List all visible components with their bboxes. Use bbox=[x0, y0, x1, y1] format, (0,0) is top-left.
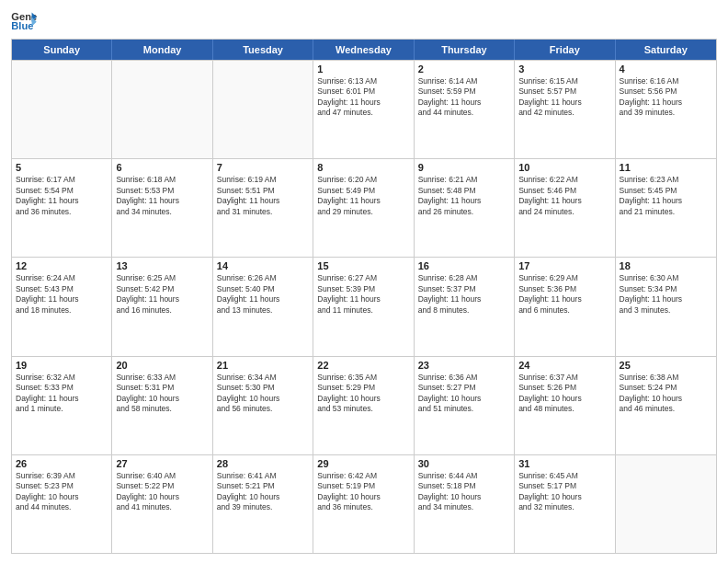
calendar-cell-28: 28Sunrise: 6:41 AM Sunset: 5:21 PM Dayli… bbox=[213, 455, 313, 553]
day-number: 5 bbox=[16, 162, 108, 173]
calendar-header-saturday: Saturday bbox=[616, 40, 716, 60]
day-number: 6 bbox=[116, 162, 208, 173]
calendar-cell-5: 5Sunrise: 6:17 AM Sunset: 5:54 PM Daylig… bbox=[12, 159, 112, 257]
day-info: Sunrise: 6:20 AM Sunset: 5:49 PM Dayligh… bbox=[317, 175, 409, 217]
calendar-cell-1: 1Sunrise: 6:13 AM Sunset: 6:01 PM Daylig… bbox=[313, 61, 414, 158]
logo: General Blue bbox=[11, 9, 37, 31]
day-info: Sunrise: 6:27 AM Sunset: 5:39 PM Dayligh… bbox=[317, 273, 409, 316]
day-info: Sunrise: 6:32 AM Sunset: 5:33 PM Dayligh… bbox=[16, 373, 108, 415]
calendar-cell-12: 12Sunrise: 6:24 AM Sunset: 5:43 PM Dayli… bbox=[12, 258, 112, 355]
day-info: Sunrise: 6:38 AM Sunset: 5:24 PM Dayligh… bbox=[620, 373, 712, 415]
day-number: 15 bbox=[317, 260, 409, 271]
calendar-cell-4: 4Sunrise: 6:16 AM Sunset: 5:56 PM Daylig… bbox=[616, 61, 716, 158]
day-number: 17 bbox=[518, 260, 610, 271]
day-number: 21 bbox=[217, 360, 309, 371]
day-info: Sunrise: 6:13 AM Sunset: 6:01 PM Dayligh… bbox=[317, 76, 409, 119]
calendar-cell-6: 6Sunrise: 6:18 AM Sunset: 5:53 PM Daylig… bbox=[112, 159, 212, 257]
day-info: Sunrise: 6:25 AM Sunset: 5:42 PM Dayligh… bbox=[116, 273, 208, 316]
day-number: 4 bbox=[620, 63, 712, 75]
day-number: 23 bbox=[418, 360, 510, 371]
calendar-row-3: 12Sunrise: 6:24 AM Sunset: 5:43 PM Dayli… bbox=[12, 257, 716, 355]
day-number: 26 bbox=[16, 458, 108, 469]
calendar-cell-2: 2Sunrise: 6:14 AM Sunset: 5:59 PM Daylig… bbox=[415, 61, 515, 158]
day-info: Sunrise: 6:29 AM Sunset: 5:36 PM Dayligh… bbox=[518, 273, 610, 316]
calendar-cell-31: 31Sunrise: 6:45 AM Sunset: 5:17 PM Dayli… bbox=[515, 455, 615, 553]
calendar-cell-18: 18Sunrise: 6:30 AM Sunset: 5:34 PM Dayli… bbox=[616, 258, 716, 355]
calendar-cell-22: 22Sunrise: 6:35 AM Sunset: 5:29 PM Dayli… bbox=[313, 357, 414, 454]
calendar-cell-empty bbox=[112, 61, 212, 158]
day-info: Sunrise: 6:34 AM Sunset: 5:30 PM Dayligh… bbox=[217, 373, 309, 415]
day-number: 9 bbox=[418, 162, 510, 173]
day-info: Sunrise: 6:41 AM Sunset: 5:21 PM Dayligh… bbox=[217, 471, 309, 513]
day-info: Sunrise: 6:26 AM Sunset: 5:40 PM Dayligh… bbox=[217, 273, 309, 316]
calendar-cell-24: 24Sunrise: 6:37 AM Sunset: 5:26 PM Dayli… bbox=[515, 357, 615, 454]
calendar-cell-23: 23Sunrise: 6:36 AM Sunset: 5:27 PM Dayli… bbox=[415, 357, 515, 454]
calendar-cell-15: 15Sunrise: 6:27 AM Sunset: 5:39 PM Dayli… bbox=[313, 258, 414, 355]
day-number: 3 bbox=[518, 63, 610, 75]
day-number: 22 bbox=[317, 360, 409, 371]
day-info: Sunrise: 6:42 AM Sunset: 5:19 PM Dayligh… bbox=[317, 471, 409, 513]
calendar-header-sunday: Sunday bbox=[12, 40, 112, 60]
calendar: SundayMondayTuesdayWednesdayThursdayFrid… bbox=[11, 39, 717, 554]
calendar-cell-26: 26Sunrise: 6:39 AM Sunset: 5:23 PM Dayli… bbox=[12, 455, 112, 553]
day-info: Sunrise: 6:22 AM Sunset: 5:46 PM Dayligh… bbox=[518, 175, 610, 217]
day-info: Sunrise: 6:30 AM Sunset: 5:34 PM Dayligh… bbox=[620, 273, 712, 316]
day-info: Sunrise: 6:15 AM Sunset: 5:57 PM Dayligh… bbox=[518, 76, 610, 119]
day-number: 20 bbox=[116, 360, 208, 371]
day-number: 2 bbox=[418, 63, 510, 75]
day-number: 25 bbox=[620, 360, 712, 371]
calendar-cell-25: 25Sunrise: 6:38 AM Sunset: 5:24 PM Dayli… bbox=[616, 357, 716, 454]
day-info: Sunrise: 6:24 AM Sunset: 5:43 PM Dayligh… bbox=[16, 273, 108, 316]
day-info: Sunrise: 6:33 AM Sunset: 5:31 PM Dayligh… bbox=[116, 373, 208, 415]
calendar-cell-10: 10Sunrise: 6:22 AM Sunset: 5:46 PM Dayli… bbox=[515, 159, 615, 257]
day-number: 11 bbox=[620, 162, 712, 173]
day-number: 27 bbox=[116, 458, 208, 469]
calendar-header-tuesday: Tuesday bbox=[213, 40, 313, 60]
day-number: 18 bbox=[620, 260, 712, 271]
calendar-cell-empty bbox=[616, 455, 716, 553]
logo-icon: General Blue bbox=[11, 9, 37, 31]
day-number: 28 bbox=[217, 458, 309, 469]
calendar-row-2: 5Sunrise: 6:17 AM Sunset: 5:54 PM Daylig… bbox=[12, 158, 716, 257]
calendar-header-friday: Friday bbox=[515, 40, 615, 60]
day-number: 24 bbox=[518, 360, 610, 371]
day-info: Sunrise: 6:35 AM Sunset: 5:29 PM Dayligh… bbox=[317, 373, 409, 415]
calendar-cell-29: 29Sunrise: 6:42 AM Sunset: 5:19 PM Dayli… bbox=[313, 455, 414, 553]
svg-text:Blue: Blue bbox=[11, 20, 33, 31]
calendar-cell-14: 14Sunrise: 6:26 AM Sunset: 5:40 PM Dayli… bbox=[213, 258, 313, 355]
day-number: 16 bbox=[418, 260, 510, 271]
day-info: Sunrise: 6:37 AM Sunset: 5:26 PM Dayligh… bbox=[518, 373, 610, 415]
day-info: Sunrise: 6:23 AM Sunset: 5:45 PM Dayligh… bbox=[620, 175, 712, 217]
header: General Blue bbox=[11, 9, 717, 31]
calendar-cell-21: 21Sunrise: 6:34 AM Sunset: 5:30 PM Dayli… bbox=[213, 357, 313, 454]
calendar-cell-8: 8Sunrise: 6:20 AM Sunset: 5:49 PM Daylig… bbox=[313, 159, 414, 257]
calendar-cell-19: 19Sunrise: 6:32 AM Sunset: 5:33 PM Dayli… bbox=[12, 357, 112, 454]
day-number: 19 bbox=[16, 360, 108, 371]
day-number: 7 bbox=[217, 162, 309, 173]
calendar-cell-16: 16Sunrise: 6:28 AM Sunset: 5:37 PM Dayli… bbox=[415, 258, 515, 355]
calendar-cell-3: 3Sunrise: 6:15 AM Sunset: 5:57 PM Daylig… bbox=[515, 61, 615, 158]
calendar-cell-13: 13Sunrise: 6:25 AM Sunset: 5:42 PM Dayli… bbox=[112, 258, 212, 355]
calendar-cell-17: 17Sunrise: 6:29 AM Sunset: 5:36 PM Dayli… bbox=[515, 258, 615, 355]
calendar-row-5: 26Sunrise: 6:39 AM Sunset: 5:23 PM Dayli… bbox=[12, 454, 716, 553]
calendar-cell-7: 7Sunrise: 6:19 AM Sunset: 5:51 PM Daylig… bbox=[213, 159, 313, 257]
day-info: Sunrise: 6:44 AM Sunset: 5:18 PM Dayligh… bbox=[418, 471, 510, 513]
day-number: 29 bbox=[317, 458, 409, 469]
calendar-cell-empty bbox=[12, 61, 112, 158]
calendar-cell-11: 11Sunrise: 6:23 AM Sunset: 5:45 PM Dayli… bbox=[616, 159, 716, 257]
day-number: 30 bbox=[418, 458, 510, 469]
day-info: Sunrise: 6:14 AM Sunset: 5:59 PM Dayligh… bbox=[418, 76, 510, 119]
day-number: 1 bbox=[317, 63, 409, 75]
day-info: Sunrise: 6:19 AM Sunset: 5:51 PM Dayligh… bbox=[217, 175, 309, 217]
day-info: Sunrise: 6:28 AM Sunset: 5:37 PM Dayligh… bbox=[418, 273, 510, 316]
day-number: 31 bbox=[518, 458, 610, 469]
day-info: Sunrise: 6:21 AM Sunset: 5:48 PM Dayligh… bbox=[418, 175, 510, 217]
day-number: 14 bbox=[217, 260, 309, 271]
day-number: 8 bbox=[317, 162, 409, 173]
calendar-cell-9: 9Sunrise: 6:21 AM Sunset: 5:48 PM Daylig… bbox=[415, 159, 515, 257]
day-info: Sunrise: 6:16 AM Sunset: 5:56 PM Dayligh… bbox=[620, 76, 712, 119]
calendar-row-1: 1Sunrise: 6:13 AM Sunset: 6:01 PM Daylig… bbox=[12, 60, 716, 158]
day-info: Sunrise: 6:36 AM Sunset: 5:27 PM Dayligh… bbox=[418, 373, 510, 415]
calendar-cell-27: 27Sunrise: 6:40 AM Sunset: 5:22 PM Dayli… bbox=[112, 455, 212, 553]
page: General Blue SundayMondayTuesdayWednesda… bbox=[0, 0, 728, 563]
